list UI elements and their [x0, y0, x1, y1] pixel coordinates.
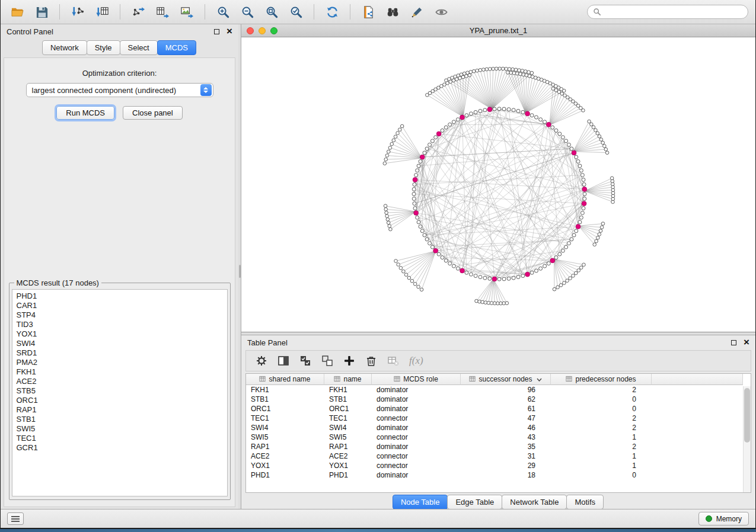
- column-header-filler: [652, 374, 743, 385]
- cell-successor-nodes: 43: [461, 432, 551, 442]
- result-node-item[interactable]: STP4: [17, 310, 223, 320]
- share-document-button[interactable]: [359, 2, 378, 21]
- cell-name: RAP1: [324, 442, 372, 451]
- table-row[interactable]: ACE2ACE2connector311: [246, 451, 743, 461]
- export-table-button[interactable]: [153, 2, 172, 21]
- result-node-item[interactable]: STB5: [17, 386, 223, 396]
- table-panel-title: Table Panel: [247, 338, 288, 347]
- cell-name: SWI5: [324, 432, 372, 442]
- zoom-out-button[interactable]: [238, 2, 257, 21]
- select-all-rows-button[interactable]: [299, 355, 311, 367]
- column-header-shared-name[interactable]: shared name: [246, 374, 324, 385]
- network-canvas[interactable]: [241, 37, 755, 332]
- result-node-item[interactable]: YOX1: [17, 329, 223, 339]
- add-column-button[interactable]: [343, 355, 355, 367]
- run-mcds-button[interactable]: Run MCDS: [56, 106, 114, 120]
- save-session-button[interactable]: [32, 2, 51, 21]
- result-node-item[interactable]: ORC1: [17, 396, 223, 405]
- cell-name: ACE2: [324, 451, 372, 461]
- save-icon: [35, 5, 49, 19]
- result-node-item[interactable]: STB1: [17, 415, 223, 424]
- application-window: Control Panel × NetworkStyleSelectMCDS O…: [0, 0, 756, 529]
- tab-network[interactable]: Network: [42, 40, 87, 55]
- tab-motifs[interactable]: Motifs: [566, 495, 604, 509]
- minimize-window-traffic-icon[interactable]: [259, 27, 266, 34]
- maximize-window-traffic-icon[interactable]: [270, 27, 277, 34]
- tab-node-table[interactable]: Node Table: [393, 495, 448, 509]
- tab-network-table[interactable]: Network Table: [502, 495, 567, 509]
- result-node-item[interactable]: GCR1: [17, 443, 223, 453]
- table-row[interactable]: FKH1FKH1dominator962: [246, 385, 743, 395]
- zoom-fit-button[interactable]: [262, 2, 281, 21]
- zoom-in-button[interactable]: [213, 2, 232, 21]
- first-neighbors-button[interactable]: [383, 2, 402, 21]
- close-panel-icon[interactable]: ×: [227, 28, 232, 34]
- import-table-button[interactable]: [92, 2, 111, 21]
- cell-predecessor-nodes: 2: [551, 423, 652, 432]
- table-settings-button[interactable]: [256, 355, 267, 367]
- result-node-item[interactable]: SRD1: [17, 348, 223, 358]
- close-window-traffic-icon[interactable]: [247, 27, 254, 34]
- table-row[interactable]: STB1STB1dominator620: [246, 395, 743, 404]
- result-node-item[interactable]: SWI5: [17, 424, 223, 434]
- network-window-titlebar: YPA_prune.txt_1: [241, 24, 755, 37]
- toolbar-separator: [120, 4, 120, 20]
- export-image-button[interactable]: [177, 2, 196, 21]
- delete-column-button[interactable]: [365, 355, 377, 367]
- annotation-pen-button[interactable]: [407, 2, 426, 21]
- panel-menu-button[interactable]: [7, 512, 24, 525]
- import-network-button[interactable]: [68, 2, 87, 21]
- result-node-item[interactable]: FKH1: [17, 367, 223, 377]
- result-node-item[interactable]: TEC1: [17, 434, 223, 443]
- search-box[interactable]: [587, 5, 748, 19]
- cell-successor-nodes: 29: [461, 461, 551, 470]
- table-row[interactable]: RAP1RAP1dominator352: [246, 442, 743, 451]
- deselect-all-rows-button[interactable]: [321, 355, 333, 367]
- search-input[interactable]: [605, 8, 742, 16]
- column-header-MCDS-role[interactable]: MCDS role: [372, 374, 461, 385]
- show-hide-button[interactable]: [432, 2, 451, 21]
- float-panel-icon[interactable]: [731, 340, 736, 345]
- result-node-item[interactable]: TID3: [17, 320, 223, 329]
- open-folder-icon: [11, 5, 24, 19]
- tab-edge-table[interactable]: Edge Table: [447, 495, 502, 509]
- table-scrollbar[interactable]: [743, 386, 751, 492]
- table-row[interactable]: YOX1YOX1connector291: [246, 461, 743, 470]
- table-row[interactable]: PHD1PHD1dominator180: [246, 470, 743, 480]
- table-row[interactable]: ORC1ORC1dominator610: [246, 404, 743, 414]
- table-row[interactable]: SWI5SWI5connector431: [246, 432, 743, 442]
- tab-style[interactable]: Style: [87, 40, 120, 55]
- cell-filler: [652, 432, 743, 442]
- memory-button[interactable]: Memory: [698, 512, 749, 525]
- network-and-table-area: YPA_prune.txt_1 Table Panel ×: [241, 24, 755, 509]
- tab-mcds[interactable]: MCDS: [157, 40, 196, 55]
- show-columns-button[interactable]: [277, 355, 289, 367]
- result-node-item[interactable]: PHD1: [17, 291, 223, 301]
- export-network-button[interactable]: [129, 2, 148, 21]
- cell-shared-name: SWI5: [246, 432, 324, 442]
- table-panel-tabs: Node TableEdge TableNetwork TableMotifs: [241, 493, 755, 509]
- apply-layout-button[interactable]: [323, 2, 342, 21]
- cell-name: TEC1: [324, 414, 372, 423]
- table-row[interactable]: SWI4SWI4dominator462: [246, 423, 743, 432]
- cell-shared-name: STB1: [246, 395, 324, 404]
- close-panel-icon[interactable]: ×: [744, 339, 749, 345]
- open-session-button[interactable]: [8, 2, 27, 21]
- table-row[interactable]: TEC1TEC1connector472: [246, 414, 743, 423]
- scrollbar-thumb[interactable]: [744, 388, 750, 443]
- float-panel-icon[interactable]: [214, 29, 219, 34]
- column-header-name[interactable]: name: [324, 374, 372, 385]
- zoom-selected-button[interactable]: [286, 2, 305, 21]
- result-node-item[interactable]: CAR1: [17, 301, 223, 310]
- optimization-criterion-dropdown[interactable]: largest connected component (undirected): [26, 83, 213, 97]
- result-node-item[interactable]: ACE2: [17, 377, 223, 386]
- result-node-item[interactable]: PMA2: [17, 358, 223, 367]
- result-node-item[interactable]: SWI4: [17, 339, 223, 348]
- cell-successor-nodes: 46: [461, 423, 551, 432]
- tab-select[interactable]: Select: [120, 40, 158, 55]
- close-panel-button[interactable]: Close panel: [123, 106, 183, 120]
- column-header-successor-nodes[interactable]: successor nodes: [461, 374, 551, 385]
- network-graph[interactable]: [241, 37, 755, 332]
- column-header-predecessor-nodes[interactable]: predecessor nodes: [551, 374, 652, 385]
- result-node-item[interactable]: RAP1: [17, 405, 223, 415]
